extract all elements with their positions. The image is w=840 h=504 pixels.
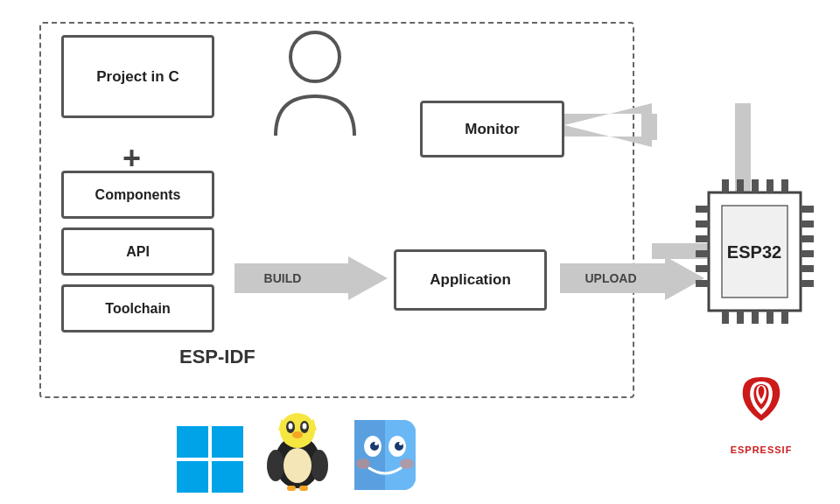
svg-rect-11: [696, 220, 709, 228]
svg-point-50: [311, 450, 328, 481]
svg-point-61: [356, 458, 370, 469]
svg-rect-19: [801, 250, 814, 257]
components-box: Components: [61, 171, 214, 219]
svg-point-44: [292, 431, 303, 438]
svg-rect-27: [722, 311, 729, 324]
svg-rect-26: [781, 179, 788, 192]
esp-idf-label: ESP-IDF: [179, 346, 256, 368]
svg-marker-1: [234, 256, 388, 300]
svg-rect-22: [722, 179, 729, 192]
svg-point-42: [289, 424, 293, 430]
svg-point-62: [400, 458, 414, 469]
svg-rect-24: [752, 179, 759, 192]
svg-rect-30: [766, 311, 774, 324]
toolchain-box: Toolchain: [61, 284, 214, 332]
svg-point-59: [374, 442, 378, 445]
windows-icon: [175, 424, 245, 498]
esp32-chip: ESP32: [691, 175, 818, 328]
macos-icon: [350, 416, 420, 498]
svg-rect-17: [801, 220, 814, 228]
svg-rect-21: [801, 280, 814, 287]
svg-rect-35: [212, 426, 243, 458]
svg-rect-18: [801, 235, 814, 242]
svg-point-49: [267, 450, 284, 481]
espressif-text: ESPRESSIF: [731, 444, 793, 455]
svg-rect-48: [299, 486, 308, 491]
svg-rect-28: [737, 311, 744, 324]
svg-rect-15: [696, 280, 709, 287]
svg-point-0: [290, 32, 340, 81]
application-box: Application: [394, 249, 547, 311]
svg-rect-34: [177, 426, 208, 458]
svg-rect-20: [801, 265, 814, 272]
svg-rect-10: [696, 206, 709, 213]
svg-point-60: [399, 442, 402, 445]
svg-rect-23: [737, 179, 744, 192]
svg-rect-37: [212, 461, 243, 493]
svg-point-43: [303, 424, 307, 430]
svg-rect-8: [641, 114, 657, 140]
build-arrow: BUILD: [234, 256, 388, 304]
svg-rect-13: [696, 250, 709, 257]
svg-text:ESP32: ESP32: [727, 242, 781, 262]
svg-rect-47: [287, 486, 296, 491]
diagram-container: ESP-IDF Project in C + Components API To…: [18, 9, 822, 495]
svg-marker-5: [564, 103, 652, 147]
project-box: Project in C: [61, 35, 214, 118]
svg-rect-29: [752, 311, 759, 324]
api-box: API: [61, 228, 214, 276]
os-icons: [175, 411, 420, 498]
monitor-box: Monitor: [420, 101, 564, 158]
linux-icon: [262, 411, 332, 498]
svg-text:BUILD: BUILD: [264, 271, 302, 285]
svg-point-51: [284, 448, 312, 483]
person-icon: [271, 26, 359, 140]
svg-rect-36: [177, 461, 208, 493]
svg-rect-16: [801, 206, 814, 213]
espressif-logo: ESPRESSIF: [709, 368, 814, 455]
svg-rect-14: [696, 265, 709, 272]
svg-rect-12: [696, 235, 709, 242]
svg-rect-31: [781, 311, 788, 324]
svg-rect-25: [766, 179, 774, 192]
